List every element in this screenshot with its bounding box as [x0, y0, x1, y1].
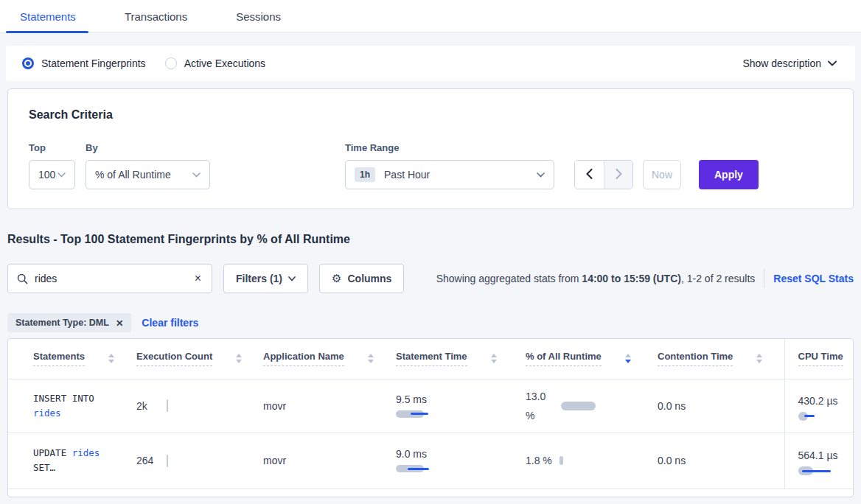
- time-range-select[interactable]: 1h Past Hour: [345, 160, 554, 189]
- radio-active-executions[interactable]: Active Executions: [165, 57, 266, 69]
- sort-icon[interactable]: [368, 354, 374, 363]
- sort-icon[interactable]: [108, 354, 114, 363]
- search-icon: [17, 273, 28, 284]
- filter-chip-statement-type[interactable]: Statement Type: DML ✕: [7, 313, 131, 332]
- statement-time-value: 9.5 ms: [396, 393, 427, 405]
- tab-statements[interactable]: Statements: [20, 0, 76, 33]
- columns-button[interactable]: ⚙ Columns: [319, 264, 404, 293]
- execution-count-bar: [167, 399, 168, 412]
- statement-fingerprint: INSERT INTO rides: [33, 391, 107, 421]
- column-header-cpu-time[interactable]: CPU Time: [798, 351, 843, 366]
- filters-button[interactable]: Filters (1): [223, 264, 308, 293]
- bar-gray: [560, 456, 563, 465]
- execution-count-cell: 264: [136, 455, 168, 467]
- table-row: UPDATE rides SET… 264 movr 9.0 ms: [8, 433, 853, 489]
- cpu-time-cell: 564.1 µs: [785, 446, 854, 475]
- bar-gray: [561, 402, 596, 410]
- column-header-statement-time[interactable]: Statement Time: [396, 351, 467, 366]
- contention-time-value: 0.0 ns: [658, 400, 686, 412]
- cpu-time-value: 564.1 µs: [798, 449, 838, 461]
- radio-active-executions-label: Active Executions: [184, 57, 266, 69]
- time-range-field: Time Range 1h Past Hour: [345, 142, 554, 189]
- radio-selected-icon: [22, 57, 34, 69]
- search-input[interactable]: [35, 273, 193, 284]
- chevron-down-icon: [828, 60, 837, 66]
- statement-text: SET…: [33, 462, 55, 473]
- chevron-down-icon: [537, 172, 545, 178]
- column-header-contention-time[interactable]: Contention Time: [658, 351, 733, 366]
- column-header-pct-runtime[interactable]: % of All Runtime: [526, 351, 602, 366]
- pct-runtime-cell: 1.8 %: [526, 455, 658, 466]
- cpu-time-cell: 430.2 µs: [785, 391, 854, 421]
- execution-count-cell: 2k: [136, 399, 168, 412]
- radio-unselected-icon: [165, 57, 177, 69]
- statements-table-card: Statements Execution Count Application N…: [7, 338, 854, 497]
- statement-time-bar: [396, 464, 447, 473]
- show-description-toggle[interactable]: Show description: [742, 57, 837, 69]
- chevron-down-icon: [192, 172, 201, 178]
- bar-blue: [804, 415, 815, 417]
- tab-sessions-label: Sessions: [236, 10, 281, 23]
- statement-time-bar: [396, 410, 447, 419]
- remove-filter-icon[interactable]: ✕: [116, 318, 123, 329]
- sort-icon[interactable]: [756, 354, 762, 363]
- by-select-value: % of All Runtime: [95, 169, 171, 181]
- application-name-value: movr: [263, 455, 286, 466]
- execution-count-value: 2k: [136, 400, 147, 412]
- tab-transactions-label: Transactions: [125, 10, 187, 23]
- clear-filters-link[interactable]: Clear filters: [142, 317, 198, 329]
- top-field: Top 100: [29, 142, 75, 189]
- reset-sql-stats-link[interactable]: Reset SQL Stats: [773, 273, 854, 284]
- statement-link[interactable]: rides: [72, 447, 100, 458]
- pct-runtime-cell: 13.0 %: [526, 387, 658, 425]
- page-tabs: Statements Transactions Sessions: [0, 0, 861, 33]
- pct-runtime-bar: [561, 402, 598, 410]
- pct-runtime-value: 1.8 %: [526, 455, 552, 466]
- pct-runtime-bar: [560, 456, 565, 465]
- show-description-label: Show description: [742, 57, 821, 69]
- bar-blue: [408, 468, 429, 470]
- previous-time-button[interactable]: [575, 161, 604, 189]
- search-criteria-title: Search Criteria: [29, 108, 832, 122]
- top-select[interactable]: 100: [29, 160, 75, 189]
- by-field: By % of All Runtime: [86, 142, 210, 189]
- chevron-down-icon: [57, 172, 66, 178]
- clear-search-icon[interactable]: ×: [193, 272, 203, 285]
- filter-chip-label: Statement Type: DML: [15, 318, 109, 328]
- chevron-left-icon: [586, 169, 593, 181]
- column-header-statements[interactable]: Statements: [33, 351, 85, 366]
- cpu-time-value: 430.2 µs: [798, 395, 838, 407]
- active-filters-row: Statement Type: DML ✕ Clear filters: [7, 313, 854, 332]
- apply-button[interactable]: Apply: [699, 160, 759, 189]
- gear-icon: ⚙: [332, 272, 341, 285]
- columns-button-label: Columns: [347, 273, 391, 284]
- stats-prefix: Showing aggregated stats from: [436, 273, 582, 284]
- execution-count-bar: [167, 455, 168, 467]
- sort-icon[interactable]: [236, 354, 242, 363]
- next-time-button[interactable]: [604, 161, 632, 189]
- by-select[interactable]: % of All Runtime: [86, 160, 210, 189]
- pct-runtime-value: 13.0 %: [526, 387, 554, 425]
- column-header-execution-count[interactable]: Execution Count: [136, 351, 212, 366]
- view-toggle-bar: Statement Fingerprints Active Executions…: [6, 46, 855, 81]
- sort-icon[interactable]: [491, 354, 497, 363]
- by-field-label: By: [86, 142, 210, 153]
- application-name-value: movr: [263, 400, 286, 412]
- time-range-badge: 1h: [355, 167, 375, 182]
- search-box: ×: [7, 264, 212, 293]
- stats-suffix: , 1-2 of 2 results: [681, 273, 755, 284]
- statement-time-value: 9.0 ms: [396, 448, 427, 460]
- radio-statement-fingerprints[interactable]: Statement Fingerprints: [22, 57, 146, 69]
- contention-time-value: 0.0 ns: [658, 455, 686, 466]
- now-button[interactable]: Now: [643, 160, 681, 189]
- time-range-value: Past Hour: [384, 169, 430, 181]
- tab-sessions[interactable]: Sessions: [236, 0, 281, 33]
- filters-button-label: Filters (1): [236, 273, 282, 284]
- statement-fingerprint: UPDATE rides SET…: [33, 446, 107, 475]
- column-header-application-name[interactable]: Application Name: [263, 351, 344, 366]
- bar-blue: [802, 470, 831, 472]
- chevron-down-icon: [288, 276, 296, 281]
- tab-transactions[interactable]: Transactions: [125, 0, 187, 33]
- sort-icon-active-desc[interactable]: [625, 354, 631, 363]
- statement-link[interactable]: rides: [33, 407, 61, 419]
